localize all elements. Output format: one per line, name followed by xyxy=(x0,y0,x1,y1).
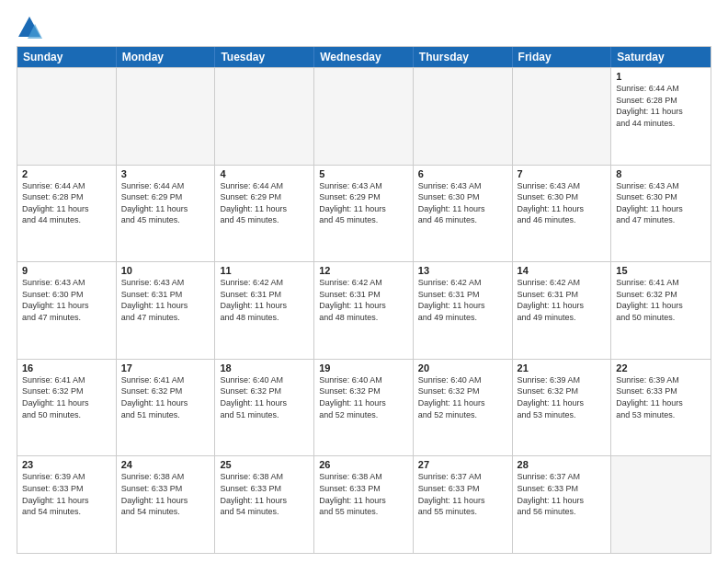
day-info: Sunrise: 6:39 AM Sunset: 6:33 PM Dayligh… xyxy=(616,374,706,420)
calendar-cell-26: 26Sunrise: 6:38 AM Sunset: 6:33 PM Dayli… xyxy=(314,456,414,553)
day-info: Sunrise: 6:43 AM Sunset: 6:30 PM Dayligh… xyxy=(518,180,607,226)
day-number: 10 xyxy=(121,265,210,276)
calendar-cell-empty-0-5 xyxy=(513,68,612,165)
day-info: Sunrise: 6:44 AM Sunset: 6:29 PM Dayligh… xyxy=(121,180,210,226)
day-info: Sunrise: 6:42 AM Sunset: 6:31 PM Dayligh… xyxy=(220,277,309,323)
day-number: 21 xyxy=(518,362,607,373)
calendar-header: SundayMondayTuesdayWednesdayThursdayFrid… xyxy=(17,47,711,67)
day-info: Sunrise: 6:38 AM Sunset: 6:33 PM Dayligh… xyxy=(121,471,210,517)
calendar-cell-14: 14Sunrise: 6:42 AM Sunset: 6:31 PM Dayli… xyxy=(513,262,612,359)
day-info: Sunrise: 6:41 AM Sunset: 6:32 PM Dayligh… xyxy=(22,374,111,420)
day-number: 19 xyxy=(319,362,408,373)
day-info: Sunrise: 6:43 AM Sunset: 6:30 PM Dayligh… xyxy=(616,180,706,226)
weekday-header-thursday: Thursday xyxy=(414,47,513,67)
day-number: 20 xyxy=(418,362,507,373)
logo xyxy=(17,15,44,40)
calendar-row-4: 23Sunrise: 6:39 AM Sunset: 6:33 PM Dayli… xyxy=(17,455,711,553)
calendar-cell-13: 13Sunrise: 6:42 AM Sunset: 6:31 PM Dayli… xyxy=(414,262,513,359)
calendar-cell-10: 10Sunrise: 6:43 AM Sunset: 6:31 PM Dayli… xyxy=(117,262,216,359)
calendar-cell-22: 22Sunrise: 6:39 AM Sunset: 6:33 PM Dayli… xyxy=(611,360,711,456)
day-number: 15 xyxy=(616,265,706,276)
header xyxy=(17,15,711,40)
day-number: 5 xyxy=(319,168,408,179)
day-info: Sunrise: 6:40 AM Sunset: 6:32 PM Dayligh… xyxy=(418,374,507,420)
weekday-header-saturday: Saturday xyxy=(611,47,711,67)
day-info: Sunrise: 6:38 AM Sunset: 6:33 PM Dayligh… xyxy=(319,471,408,517)
calendar-cell-16: 16Sunrise: 6:41 AM Sunset: 6:32 PM Dayli… xyxy=(17,360,117,456)
day-info: Sunrise: 6:44 AM Sunset: 6:29 PM Dayligh… xyxy=(220,180,309,226)
calendar-cell-20: 20Sunrise: 6:40 AM Sunset: 6:32 PM Dayli… xyxy=(414,360,513,456)
logo-icon xyxy=(17,15,42,40)
day-info: Sunrise: 6:42 AM Sunset: 6:31 PM Dayligh… xyxy=(418,277,507,323)
day-info: Sunrise: 6:40 AM Sunset: 6:32 PM Dayligh… xyxy=(319,374,408,420)
day-number: 1 xyxy=(616,71,706,82)
day-number: 23 xyxy=(22,459,111,470)
day-number: 25 xyxy=(220,459,309,470)
calendar-cell-25: 25Sunrise: 6:38 AM Sunset: 6:33 PM Dayli… xyxy=(215,456,314,553)
calendar-cell-21: 21Sunrise: 6:39 AM Sunset: 6:32 PM Dayli… xyxy=(513,360,612,456)
day-number: 13 xyxy=(418,265,507,276)
calendar-cell-3: 3Sunrise: 6:44 AM Sunset: 6:29 PM Daylig… xyxy=(117,166,216,262)
day-info: Sunrise: 6:37 AM Sunset: 6:33 PM Dayligh… xyxy=(418,471,507,517)
calendar-cell-18: 18Sunrise: 6:40 AM Sunset: 6:32 PM Dayli… xyxy=(215,360,314,456)
calendar-cell-11: 11Sunrise: 6:42 AM Sunset: 6:31 PM Dayli… xyxy=(215,262,314,359)
day-info: Sunrise: 6:42 AM Sunset: 6:31 PM Dayligh… xyxy=(518,277,607,323)
day-number: 17 xyxy=(121,362,210,373)
day-number: 26 xyxy=(319,459,408,470)
calendar-row-0: 1Sunrise: 6:44 AM Sunset: 6:28 PM Daylig… xyxy=(17,67,711,165)
page: SundayMondayTuesdayWednesdayThursdayFrid… xyxy=(0,0,728,563)
day-number: 18 xyxy=(220,362,309,373)
calendar-cell-23: 23Sunrise: 6:39 AM Sunset: 6:33 PM Dayli… xyxy=(17,456,117,553)
day-number: 4 xyxy=(220,168,309,179)
day-info: Sunrise: 6:39 AM Sunset: 6:32 PM Dayligh… xyxy=(518,374,607,420)
day-number: 8 xyxy=(616,168,706,179)
day-number: 11 xyxy=(220,265,309,276)
day-info: Sunrise: 6:38 AM Sunset: 6:33 PM Dayligh… xyxy=(220,471,309,517)
calendar-cell-empty-0-1 xyxy=(117,68,216,165)
calendar-cell-6: 6Sunrise: 6:43 AM Sunset: 6:30 PM Daylig… xyxy=(414,166,513,262)
calendar-cell-empty-0-3 xyxy=(314,68,414,165)
calendar-cell-empty-0-4 xyxy=(414,68,513,165)
calendar-cell-24: 24Sunrise: 6:38 AM Sunset: 6:33 PM Dayli… xyxy=(117,456,216,553)
day-number: 7 xyxy=(518,168,607,179)
calendar-cell-7: 7Sunrise: 6:43 AM Sunset: 6:30 PM Daylig… xyxy=(513,166,612,262)
day-number: 6 xyxy=(418,168,507,179)
day-number: 28 xyxy=(518,459,607,470)
day-number: 22 xyxy=(616,362,706,373)
day-number: 12 xyxy=(319,265,408,276)
calendar-cell-4: 4Sunrise: 6:44 AM Sunset: 6:29 PM Daylig… xyxy=(215,166,314,262)
day-info: Sunrise: 6:41 AM Sunset: 6:32 PM Dayligh… xyxy=(121,374,210,420)
calendar-cell-empty-0-2 xyxy=(215,68,314,165)
day-info: Sunrise: 6:41 AM Sunset: 6:32 PM Dayligh… xyxy=(616,277,706,323)
day-number: 24 xyxy=(121,459,210,470)
calendar-row-2: 9Sunrise: 6:43 AM Sunset: 6:30 PM Daylig… xyxy=(17,261,711,359)
calendar: SundayMondayTuesdayWednesdayThursdayFrid… xyxy=(17,46,711,554)
calendar-cell-empty-0-0 xyxy=(17,68,117,165)
calendar-cell-9: 9Sunrise: 6:43 AM Sunset: 6:30 PM Daylig… xyxy=(17,262,117,359)
calendar-cell-2: 2Sunrise: 6:44 AM Sunset: 6:28 PM Daylig… xyxy=(17,166,117,262)
calendar-row-1: 2Sunrise: 6:44 AM Sunset: 6:28 PM Daylig… xyxy=(17,165,711,262)
weekday-header-sunday: Sunday xyxy=(17,47,117,67)
day-info: Sunrise: 6:44 AM Sunset: 6:28 PM Dayligh… xyxy=(616,83,706,129)
weekday-header-wednesday: Wednesday xyxy=(314,47,414,67)
calendar-cell-27: 27Sunrise: 6:37 AM Sunset: 6:33 PM Dayli… xyxy=(414,456,513,553)
day-info: Sunrise: 6:43 AM Sunset: 6:31 PM Dayligh… xyxy=(121,277,210,323)
calendar-body: 1Sunrise: 6:44 AM Sunset: 6:28 PM Daylig… xyxy=(17,67,711,553)
day-info: Sunrise: 6:43 AM Sunset: 6:29 PM Dayligh… xyxy=(319,180,408,226)
weekday-header-tuesday: Tuesday xyxy=(215,47,314,67)
day-number: 14 xyxy=(518,265,607,276)
day-info: Sunrise: 6:39 AM Sunset: 6:33 PM Dayligh… xyxy=(22,471,111,517)
day-info: Sunrise: 6:43 AM Sunset: 6:30 PM Dayligh… xyxy=(22,277,111,323)
day-info: Sunrise: 6:43 AM Sunset: 6:30 PM Dayligh… xyxy=(418,180,507,226)
day-number: 3 xyxy=(121,168,210,179)
day-number: 2 xyxy=(22,168,111,179)
calendar-cell-17: 17Sunrise: 6:41 AM Sunset: 6:32 PM Dayli… xyxy=(117,360,216,456)
calendar-cell-28: 28Sunrise: 6:37 AM Sunset: 6:33 PM Dayli… xyxy=(513,456,612,553)
calendar-cell-empty-4-6 xyxy=(611,456,711,553)
calendar-cell-8: 8Sunrise: 6:43 AM Sunset: 6:30 PM Daylig… xyxy=(611,166,711,262)
day-info: Sunrise: 6:44 AM Sunset: 6:28 PM Dayligh… xyxy=(22,180,111,226)
day-info: Sunrise: 6:42 AM Sunset: 6:31 PM Dayligh… xyxy=(319,277,408,323)
day-number: 9 xyxy=(22,265,111,276)
day-number: 27 xyxy=(418,459,507,470)
day-number: 16 xyxy=(22,362,111,373)
